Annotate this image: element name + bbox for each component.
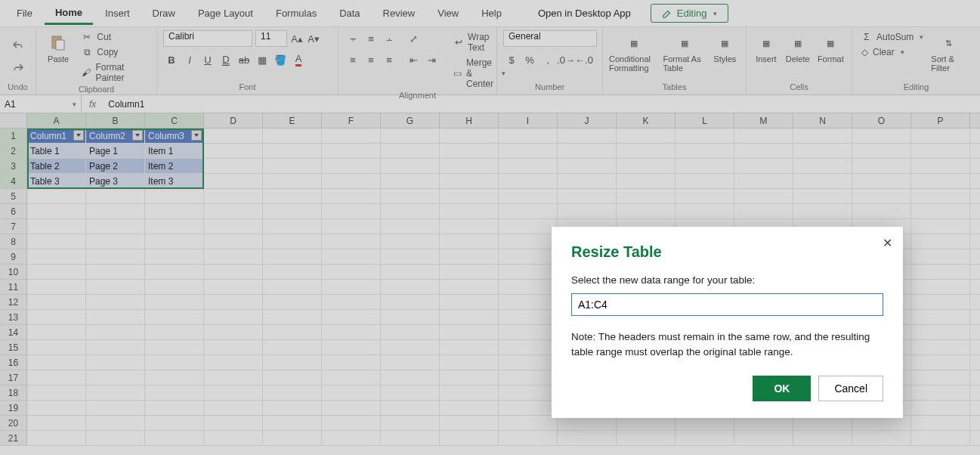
undo-button[interactable] (10, 37, 26, 54)
cell-G3[interactable] (381, 159, 440, 174)
cell-I5[interactable] (499, 189, 558, 204)
currency-icon[interactable]: $ (503, 51, 520, 68)
cell-A11[interactable] (27, 280, 86, 295)
row-head-2[interactable]: 2 (0, 144, 27, 159)
cell-G15[interactable] (381, 340, 440, 355)
cell-I4[interactable] (499, 174, 558, 189)
cell-O5[interactable] (852, 189, 911, 204)
cell-Q14[interactable] (970, 325, 980, 340)
cell-C6[interactable] (145, 204, 204, 219)
cell-G6[interactable] (381, 204, 440, 219)
cell-G11[interactable] (381, 280, 440, 295)
cell-Q6[interactable] (970, 204, 980, 219)
cell-H11[interactable] (440, 280, 499, 295)
cell-F4[interactable] (322, 174, 381, 189)
menu-data[interactable]: Data (329, 3, 370, 23)
cell-P21[interactable] (911, 431, 970, 446)
cell-K1[interactable] (617, 128, 675, 144)
increase-decimal-icon[interactable]: .0→ (558, 51, 574, 68)
cell-L4[interactable] (675, 174, 734, 189)
select-all-corner[interactable] (0, 113, 27, 128)
menu-page-layout[interactable]: Page Layout (187, 3, 264, 23)
range-input[interactable] (571, 293, 883, 316)
row-head-10[interactable]: 10 (0, 265, 27, 280)
cell-Q12[interactable] (970, 295, 980, 310)
cell-E18[interactable] (263, 385, 322, 401)
cell-A21[interactable] (27, 431, 86, 446)
cell-F2[interactable] (322, 144, 381, 159)
cell-K3[interactable] (617, 159, 675, 174)
row-head-3[interactable]: 3 (0, 159, 27, 174)
cell-Q10[interactable] (970, 265, 980, 280)
cell-Q21[interactable] (970, 431, 980, 446)
cell-M4[interactable] (734, 174, 793, 189)
cell-L6[interactable] (675, 204, 734, 219)
formula-input[interactable]: Column1 (104, 99, 980, 110)
cell-M5[interactable] (734, 189, 793, 204)
row-head-4[interactable]: 4 (0, 174, 27, 189)
cell-G9[interactable] (381, 249, 440, 265)
copy-button[interactable]: ⧉Copy (79, 45, 150, 59)
cell-B9[interactable] (86, 249, 145, 265)
cell-I11[interactable] (499, 280, 558, 295)
cell-J1[interactable] (558, 128, 617, 144)
row-head-17[interactable]: 17 (0, 370, 27, 385)
cell-C13[interactable] (145, 310, 204, 325)
cell-A4[interactable]: Table 3 (27, 174, 86, 189)
ok-button[interactable]: OK (753, 376, 811, 401)
strikethrough-button[interactable]: ab (236, 51, 252, 68)
cell-O3[interactable] (852, 159, 911, 174)
cell-H14[interactable] (440, 325, 499, 340)
cell-L21[interactable] (675, 431, 734, 446)
cell-C15[interactable] (145, 340, 204, 355)
col-head-C[interactable]: C (145, 113, 204, 128)
cell-Q13[interactable] (970, 310, 980, 325)
cell-P14[interactable] (911, 325, 970, 340)
cell-L2[interactable] (675, 144, 734, 159)
cell-N21[interactable] (793, 431, 852, 446)
cell-I7[interactable] (499, 219, 558, 234)
cell-H13[interactable] (440, 310, 499, 325)
cell-D18[interactable] (204, 385, 263, 401)
cut-button[interactable]: ✂Cut (79, 30, 150, 44)
cell-O6[interactable] (852, 204, 911, 219)
cell-A13[interactable] (27, 310, 86, 325)
cell-Q15[interactable] (970, 340, 980, 355)
format-cells-button[interactable]: ▦Format (816, 30, 846, 63)
col-head-F[interactable]: F (322, 113, 381, 128)
cell-E2[interactable] (263, 144, 322, 159)
cell-B13[interactable] (86, 310, 145, 325)
decrease-decimal-icon[interactable]: ←.0 (576, 51, 592, 68)
cell-F17[interactable] (322, 370, 381, 385)
close-button[interactable]: ✕ (883, 236, 892, 250)
delete-cells-button[interactable]: ▦Delete (784, 30, 812, 63)
cell-B10[interactable] (86, 265, 145, 280)
col-head-K[interactable]: K (617, 113, 675, 128)
cell-Q7[interactable] (970, 219, 980, 234)
col-head-O[interactable]: O (852, 113, 911, 128)
cell-I20[interactable] (499, 416, 558, 431)
cell-C10[interactable] (145, 265, 204, 280)
cell-E17[interactable] (263, 370, 322, 385)
cell-D6[interactable] (204, 204, 263, 219)
cell-N20[interactable] (793, 416, 852, 431)
cell-F7[interactable] (322, 219, 381, 234)
row-head-16[interactable]: 16 (0, 355, 27, 370)
cell-G14[interactable] (381, 325, 440, 340)
menu-draw[interactable]: Draw (142, 3, 186, 23)
cell-G13[interactable] (381, 310, 440, 325)
cell-P5[interactable] (911, 189, 970, 204)
bold-button[interactable]: B (163, 51, 180, 68)
cell-P13[interactable] (911, 310, 970, 325)
cell-D11[interactable] (204, 280, 263, 295)
cell-J3[interactable] (558, 159, 617, 174)
cell-B17[interactable] (86, 370, 145, 385)
col-head-I[interactable]: I (499, 113, 558, 128)
col-head-Q[interactable]: Q (970, 113, 980, 128)
cell-E13[interactable] (263, 310, 322, 325)
cell-E20[interactable] (263, 416, 322, 431)
cell-O2[interactable] (852, 144, 911, 159)
number-format-select[interactable]: General (503, 30, 597, 47)
row-head-14[interactable]: 14 (0, 325, 27, 340)
cell-D1[interactable] (204, 128, 263, 144)
